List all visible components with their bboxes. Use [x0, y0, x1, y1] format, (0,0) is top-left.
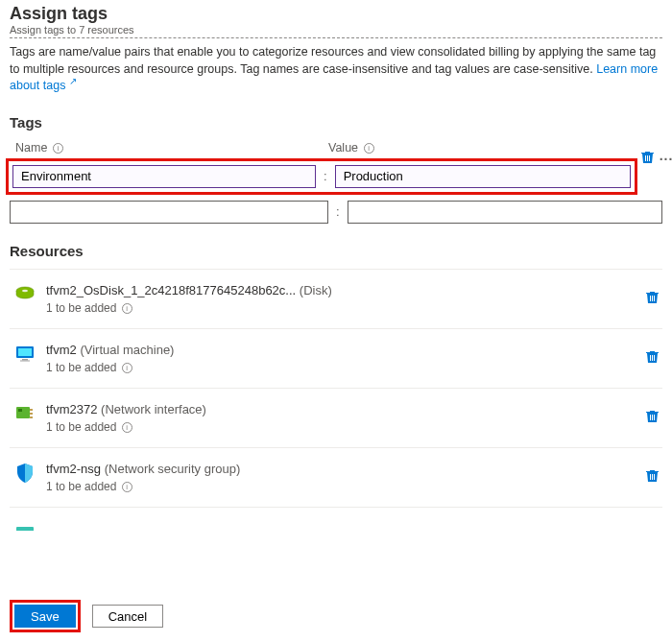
info-icon[interactable]: i	[53, 143, 63, 154]
assign-tags-panel: Assign tags Assign tags to 7 resources T…	[0, 0, 672, 531]
tag-name-input[interactable]	[12, 165, 316, 188]
resource-item-cutoff	[10, 507, 662, 531]
info-icon[interactable]: i	[122, 303, 132, 314]
info-icon[interactable]: i	[122, 422, 132, 433]
svg-rect-12	[20, 360, 30, 361]
resource-name: tfvm2372	[46, 402, 97, 416]
resource-type: (Disk)	[300, 283, 332, 297]
svg-rect-23	[654, 415, 655, 420]
svg-rect-10	[18, 348, 32, 356]
svg-rect-0	[645, 155, 646, 161]
resource-name: tfvm2_OsDisk_1_2c4218f8177645248b62c...	[46, 283, 296, 297]
value-column-label: Value	[328, 141, 358, 155]
svg-rect-24	[650, 474, 651, 480]
tag-column-headers: Name i Value i	[10, 140, 662, 155]
nic-icon	[15, 404, 35, 423]
cancel-button[interactable]: Cancel	[92, 605, 163, 628]
info-icon[interactable]: i	[364, 143, 374, 154]
vm-icon	[15, 345, 35, 364]
page-title: Assign tags	[10, 4, 662, 24]
svg-rect-27	[16, 527, 34, 531]
tag-row-actions: ···	[639, 151, 672, 167]
svg-rect-18	[30, 413, 33, 415]
svg-rect-2	[649, 155, 650, 161]
name-column-label: Name	[15, 141, 47, 155]
svg-rect-6	[650, 296, 651, 301]
description-text: Tags are name/value pairs that enable yo…	[10, 45, 656, 76]
tag-row-filled: :	[6, 158, 637, 195]
external-link-icon: ↗	[69, 76, 77, 86]
resource-icon	[15, 519, 35, 531]
disk-icon	[15, 285, 35, 304]
svg-rect-17	[30, 409, 33, 411]
resource-status: 1 to be added	[46, 480, 116, 493]
resource-status: 1 to be added	[46, 361, 116, 374]
resource-name: tfvm2	[46, 343, 77, 357]
separator: :	[334, 204, 342, 219]
svg-rect-13	[650, 355, 651, 361]
svg-rect-8	[654, 296, 655, 301]
resource-item: tfvm2-nsg (Network security group) 1 to …	[10, 447, 662, 507]
tag-value-input[interactable]	[335, 165, 631, 188]
svg-rect-26	[654, 474, 655, 480]
footer-actions: Save Cancel	[10, 600, 163, 632]
svg-rect-11	[22, 359, 28, 361]
resources-section-heading: Resources	[10, 243, 662, 259]
svg-rect-15	[654, 355, 655, 361]
resource-item: tfvm2372 (Network interface) 1 to be add…	[10, 388, 662, 447]
tag-name-input[interactable]	[10, 201, 328, 224]
save-highlight: Save	[10, 600, 81, 632]
resource-type: (Network interface)	[101, 402, 206, 416]
trash-icon[interactable]	[646, 291, 662, 307]
svg-rect-21	[650, 415, 651, 420]
svg-rect-19	[30, 416, 33, 418]
resource-status: 1 to be added	[46, 420, 116, 434]
resource-name: tfvm2-nsg	[46, 462, 101, 476]
svg-rect-22	[652, 415, 653, 420]
tag-row-empty: :	[10, 201, 662, 224]
resource-item: tfvm2 (Virtual machine) 1 to be added i	[10, 328, 662, 388]
resource-status: 1 to be added	[46, 301, 116, 315]
info-icon[interactable]: i	[122, 482, 132, 492]
resource-type: (Virtual machine)	[80, 343, 174, 357]
more-icon[interactable]: ···	[659, 152, 672, 167]
resource-item: tfvm2_OsDisk_1_2c4218f8177645248b62c... …	[10, 269, 662, 328]
resource-type: (Network security group)	[105, 462, 241, 476]
svg-rect-16	[16, 407, 30, 418]
trash-icon[interactable]	[639, 151, 655, 167]
save-button[interactable]: Save	[14, 605, 76, 628]
svg-rect-1	[647, 155, 648, 161]
trash-icon[interactable]	[646, 469, 662, 486]
description: Tags are name/value pairs that enable yo…	[10, 44, 662, 95]
trash-icon[interactable]	[646, 350, 662, 367]
resources-list: tfvm2_OsDisk_1_2c4218f8177645248b62c... …	[10, 269, 662, 531]
tags-section-heading: Tags	[10, 114, 662, 131]
svg-rect-14	[652, 355, 653, 361]
separator: :	[322, 169, 329, 183]
info-icon[interactable]: i	[122, 363, 132, 373]
svg-rect-25	[652, 474, 653, 480]
svg-rect-20	[18, 409, 22, 412]
shield-icon	[15, 464, 35, 483]
svg-point-5	[22, 289, 28, 291]
page-subtitle: Assign tags to 7 resources	[10, 24, 662, 38]
trash-icon[interactable]	[646, 410, 662, 426]
tag-value-input[interactable]	[348, 201, 662, 224]
svg-rect-7	[652, 296, 653, 301]
